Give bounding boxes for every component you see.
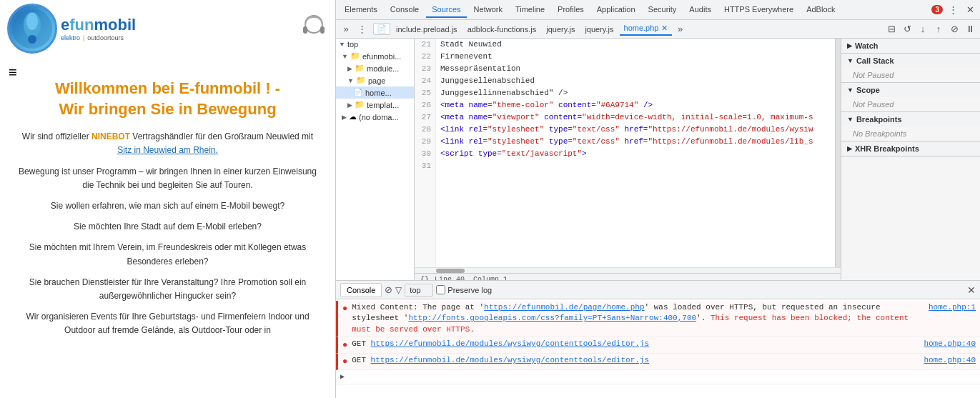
vertical-scrollbar[interactable] bbox=[835, 39, 841, 267]
tree-cloud-icon-nodomain: ☁ bbox=[349, 112, 357, 121]
filter-icon[interactable]: ▽ bbox=[395, 285, 402, 295]
site-content: Willkommen bei E-funmobil ! - Wir bringe… bbox=[0, 57, 335, 352]
tree-item-nodomain[interactable]: ▶ ☁ (no doma... bbox=[336, 111, 414, 123]
tree-label-page: page bbox=[368, 76, 385, 85]
code-line-28: <link rel="stylesheet" type="text/css" h… bbox=[440, 124, 831, 136]
website-panel: efunmobil elektro | outdoortours ≡ Willk… bbox=[0, 0, 336, 398]
tab-console[interactable]: Console bbox=[385, 2, 425, 18]
console-error-2: ● GET https://efunmobil.de/modules/wysiw… bbox=[336, 337, 980, 354]
error-icon-2: ● bbox=[342, 339, 347, 352]
error-url-1[interactable]: https://efunmobil.de/page/home.php bbox=[484, 303, 644, 312]
call-stack-content: Not Paused bbox=[841, 68, 980, 82]
tab-sources[interactable]: Sources bbox=[426, 2, 466, 18]
tab-https-everywhere[interactable]: HTTPS Everywhere bbox=[718, 2, 799, 18]
logo-icon bbox=[7, 4, 57, 54]
site-header: efunmobil elektro | outdoortours bbox=[0, 0, 335, 57]
tab-home-php[interactable]: home.php ✕ bbox=[620, 22, 672, 36]
console-location-1[interactable]: home.php:1 bbox=[929, 302, 976, 313]
breakpoints-label: Breakpoints bbox=[856, 115, 902, 124]
logo-e: e bbox=[61, 16, 69, 34]
tab-security[interactable]: Security bbox=[643, 2, 683, 18]
step-over-icon[interactable]: ↺ bbox=[900, 22, 914, 36]
logo-outdoor: outdoortours bbox=[87, 34, 124, 41]
tab-jquery-2[interactable]: jquery.js bbox=[580, 24, 618, 35]
watch-header[interactable]: ▶ Watch bbox=[841, 39, 980, 53]
hamburger-menu[interactable]: ≡ bbox=[9, 64, 17, 81]
tab-network[interactable]: Network bbox=[468, 2, 508, 18]
tree-label-efunmobil: efunmobi... bbox=[362, 52, 401, 61]
tab-include-preload[interactable]: include.preload.js bbox=[392, 24, 462, 35]
tab-audits[interactable]: Audits bbox=[683, 2, 717, 18]
code-line-24: Junggesellenabschied bbox=[440, 75, 831, 87]
tree-folder-icon-efunmobil: 📁 bbox=[350, 51, 360, 61]
tree-label-templat: templat... bbox=[367, 101, 399, 109]
code-content: 21 22 23 24 25 26 27 28 29 30 31 Stadt N… bbox=[415, 39, 841, 267]
debug-toolbar: ⊟ ↺ ↓ ↑ ⊘ ⏸ bbox=[884, 22, 977, 36]
devtools-panel: Elements Console Sources Network Timelin… bbox=[336, 0, 980, 398]
tree-item-efunmobil[interactable]: ▼ 📁 efunmobi... bbox=[336, 50, 414, 62]
tree-item-page[interactable]: ▼ 📁 page bbox=[336, 74, 414, 86]
tree-label-nodomain: (no doma... bbox=[359, 113, 399, 121]
tree-item-templat[interactable]: ▶ 📁 templat... bbox=[336, 99, 414, 111]
scope-label: Scope bbox=[856, 86, 880, 94]
close-devtools-icon[interactable]: ✕ bbox=[963, 3, 977, 17]
tab-application[interactable]: Application bbox=[591, 2, 641, 18]
console-area: Console ⊘ ▽ top Preserve log ✕ ● Mixed C… bbox=[336, 280, 980, 398]
breakpoints-header[interactable]: ▼ Breakpoints bbox=[841, 112, 980, 126]
breakpoints-arrow: ▼ bbox=[847, 116, 853, 123]
block-icon[interactable]: ⊘ bbox=[385, 284, 392, 295]
devtools-second-toolbar: » ⋮ 📄 include.preload.js adblock-functio… bbox=[336, 20, 980, 39]
tab-adblock[interactable]: AdBlock bbox=[801, 2, 841, 18]
dock-toggle-icon[interactable]: ⊟ bbox=[884, 22, 899, 36]
tab-elements[interactable]: Elements bbox=[339, 2, 383, 18]
tree-item-home[interactable]: 📄 home... bbox=[336, 86, 414, 99]
watch-arrow: ▶ bbox=[847, 42, 852, 49]
step-out-icon[interactable]: ↑ bbox=[931, 22, 946, 36]
tree-label-home: home... bbox=[365, 89, 392, 97]
scope-header[interactable]: ▼ Scope bbox=[841, 83, 980, 97]
headphones-icon bbox=[300, 14, 328, 42]
svg-rect-5 bbox=[303, 26, 307, 34]
call-stack-header[interactable]: ▼ Call Stack bbox=[841, 54, 980, 68]
line-numbers: 21 22 23 24 25 26 27 28 29 30 31 bbox=[415, 39, 436, 267]
preserve-log-checkbox[interactable] bbox=[436, 285, 445, 294]
console-tab-button[interactable]: Console bbox=[340, 283, 382, 297]
error-get-url-2[interactable]: https://efunmobil.de/modules/wysiwyg/con… bbox=[371, 356, 649, 364]
tab-jquery-1[interactable]: jquery.js bbox=[542, 24, 579, 35]
close-console-icon[interactable]: ✕ bbox=[967, 284, 976, 296]
console-location-2[interactable]: home.php:40 bbox=[924, 339, 976, 349]
tab-timeline[interactable]: Timeline bbox=[510, 2, 550, 18]
para2: Bewegung ist unser Programm – wir bringe… bbox=[14, 165, 321, 192]
para7: Wir organisieren Events für Ihre Geburts… bbox=[14, 310, 321, 337]
more-sources-icon[interactable]: » bbox=[339, 22, 353, 36]
tab-profiles[interactable]: Profiles bbox=[552, 2, 590, 18]
horizontal-scroll[interactable] bbox=[415, 267, 841, 273]
site-body: Wir sind offizieller NINEBOT Vertragshän… bbox=[14, 130, 321, 337]
error-stylesheet-url[interactable]: http://fonts.googleapis.com/css?family=P… bbox=[408, 314, 696, 322]
error-get-url-1[interactable]: https://efunmobil.de/modules/wysiwyg/con… bbox=[371, 339, 649, 348]
para1: Wir sind offizieller NINEBOT Vertragshän… bbox=[14, 130, 321, 157]
tree-item-top[interactable]: ▼ top bbox=[336, 39, 414, 50]
sources-options-icon[interactable]: ⋮ bbox=[355, 22, 369, 36]
more-tabs-icon[interactable]: » bbox=[673, 22, 688, 36]
pause-on-exception-icon[interactable]: ⏸ bbox=[963, 22, 977, 36]
tree-arrow-nodomain: ▶ bbox=[342, 114, 347, 121]
tree-label-module: module... bbox=[367, 64, 399, 73]
code-lines: Stadt Neuwied Firmenevent Messepräsentat… bbox=[436, 39, 835, 267]
link-neuwied[interactable]: Sitz in Neuwied am Rhein. bbox=[117, 145, 218, 155]
deactivate-breakpoints-icon[interactable]: ⊘ bbox=[947, 22, 961, 36]
console-location-3[interactable]: home.php:40 bbox=[924, 355, 976, 366]
tree-item-module[interactable]: ▶ 📁 module... bbox=[336, 62, 414, 74]
tab-adblock-functions[interactable]: adblock-functions.js bbox=[463, 24, 541, 35]
more-options-icon[interactable]: ⋮ bbox=[946, 3, 960, 17]
step-into-icon[interactable]: ↓ bbox=[916, 22, 930, 36]
console-filter-input[interactable]: top bbox=[405, 284, 433, 297]
console-error-1: ● Mixed Content: The page at 'https://ef… bbox=[336, 301, 980, 337]
file-icon-btn[interactable]: 📄 bbox=[373, 23, 390, 35]
xhr-breakpoints-header[interactable]: ▶ XHR Breakpoints bbox=[841, 141, 980, 156]
call-stack-section: ▼ Call Stack Not Paused bbox=[841, 54, 980, 83]
code-line-22: Firmenevent bbox=[440, 51, 831, 63]
preserve-log-container: Preserve log bbox=[436, 285, 492, 294]
scope-section: ▼ Scope Not Paused bbox=[841, 83, 980, 112]
logo-fun: fun bbox=[69, 16, 94, 34]
